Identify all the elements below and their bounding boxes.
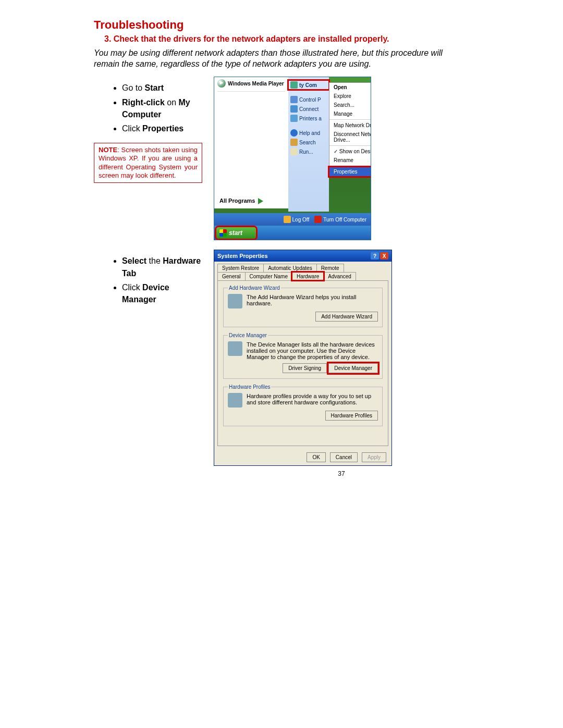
device-manager-text: The Device Manager lists all the hardwar…: [247, 341, 378, 360]
step-rightclick-mycomputer: Right-click on My Computer: [122, 96, 203, 120]
step-click-properties: Click Properties: [122, 122, 203, 134]
printers-item[interactable]: Printers a: [288, 114, 329, 123]
step-goto-start: Go to Start: [122, 82, 203, 94]
dialog-title: System Properties: [217, 253, 268, 259]
tab-auto-updates[interactable]: Automatic Updates: [263, 264, 317, 272]
help-icon: [290, 129, 298, 137]
cancel-button[interactable]: Cancel: [330, 452, 358, 462]
page-title: Troubleshooting: [94, 18, 469, 32]
page-number: 37: [253, 470, 430, 477]
arrow-right-icon: [258, 198, 263, 204]
context-disconnect-drive[interactable]: Disconnect Network Drive...: [329, 130, 371, 144]
my-computer-item[interactable]: ty Com: [288, 80, 329, 90]
system-properties-dialog: System Properties ? X System Restore Aut…: [214, 250, 392, 466]
apply-button[interactable]: Apply: [362, 452, 386, 462]
add-hardware-text: The Add Hardware Wizard helps you instal…: [247, 294, 378, 306]
context-rename[interactable]: Rename: [329, 156, 371, 165]
computer-icon: [290, 81, 298, 89]
note-box: NOTE: Screen shots taken using Windows X…: [94, 143, 202, 183]
search-icon: [290, 139, 298, 146]
help-button[interactable]: ?: [371, 252, 379, 260]
ok-button[interactable]: OK: [307, 452, 325, 462]
context-properties[interactable]: Properties: [329, 167, 371, 176]
log-off-button[interactable]: Log Off: [284, 216, 310, 223]
run-icon: [290, 148, 298, 155]
device-manager-legend: Device Manager: [228, 332, 268, 338]
hardware-profiles-icon: [228, 393, 242, 408]
tab-advanced[interactable]: Advanced: [323, 272, 356, 280]
context-open[interactable]: Open: [329, 83, 371, 92]
control-panel-item[interactable]: Control P: [288, 95, 329, 104]
tab-system-restore[interactable]: System Restore: [217, 264, 264, 272]
hardware-profiles-text: Hardware profiles provide a way for you …: [247, 393, 378, 405]
wizard-icon: [228, 294, 242, 309]
help-item[interactable]: Help and: [288, 128, 329, 138]
close-button[interactable]: X: [380, 252, 388, 260]
context-search[interactable]: Search...: [329, 101, 371, 109]
intro-text: You may be using different network adapt…: [94, 48, 469, 70]
tab-remote[interactable]: Remote: [316, 264, 344, 272]
tab-hardware[interactable]: Hardware: [292, 272, 324, 280]
section-subhead: 3. Check that the drivers for the networ…: [104, 34, 469, 45]
power-icon: [314, 216, 322, 223]
hardware-profiles-legend: Hardware Profiles: [228, 384, 271, 390]
hardware-profiles-button[interactable]: Hardware Profiles: [325, 411, 378, 421]
search-item[interactable]: Search: [288, 138, 329, 147]
context-show-desktop[interactable]: Show on Desktop: [329, 147, 371, 156]
device-manager-button[interactable]: Device Manager: [328, 363, 378, 373]
step-select-hardware-tab: Select the Hardware Tab: [122, 255, 203, 279]
context-map-drive[interactable]: Map Network Drive...: [329, 121, 371, 130]
wmp-icon: [217, 79, 226, 88]
turn-off-button[interactable]: Turn Off Computer: [314, 216, 366, 223]
device-manager-icon: [228, 341, 242, 356]
logoff-icon: [284, 216, 291, 223]
context-explore[interactable]: Explore: [329, 92, 371, 101]
network-icon: [290, 105, 298, 113]
step-click-device-manager: Click Device Manager: [122, 281, 203, 305]
add-hardware-legend: Add Hardware Wizard: [228, 285, 281, 291]
driver-signing-button[interactable]: Driver Signing: [283, 363, 327, 373]
connect-to-item[interactable]: Connect: [288, 104, 329, 114]
run-item[interactable]: Run...: [288, 147, 329, 156]
all-programs[interactable]: All Programs: [219, 198, 263, 204]
printer-icon: [290, 115, 298, 122]
control-panel-icon: [290, 96, 298, 103]
start-menu-screenshot: Windows Media Player All Programs ty Com…: [214, 77, 371, 240]
context-manage[interactable]: Manage: [329, 109, 371, 118]
tab-computer-name[interactable]: Computer Name: [245, 272, 292, 280]
add-hardware-wizard-button[interactable]: Add Hardware Wizard: [315, 312, 378, 322]
windows-media-player-item[interactable]: Windows Media Player: [214, 77, 288, 90]
tab-general[interactable]: General: [217, 272, 246, 280]
context-menu: Open Explore Search... Manage Map Networ…: [329, 82, 371, 177]
start-button[interactable]: start: [216, 227, 256, 239]
